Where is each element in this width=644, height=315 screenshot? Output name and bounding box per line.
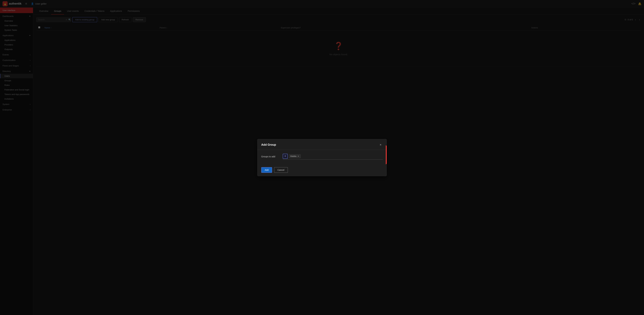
group-tag-label: Kestra [290, 155, 296, 157]
group-tag-kestra: Kestra ✕ [289, 154, 301, 158]
modal-cancel-button[interactable]: Cancel [274, 167, 288, 173]
add-group-modal: Add Group × Groups to add + Kestra ✕ Add [257, 139, 387, 176]
groups-to-add-label: Groups to add [261, 155, 280, 158]
modal-footer: Add Cancel [258, 164, 386, 176]
modal-header: Add Group × [258, 139, 386, 150]
modal-wrapper: Add Group × Groups to add + Kestra ✕ Add [257, 139, 387, 176]
modal-close-button[interactable]: × [378, 142, 383, 147]
modal-body: Groups to add + Kestra ✕ [258, 150, 386, 164]
modal-add-button[interactable]: Add [261, 167, 272, 173]
groups-form-row: Groups to add + Kestra ✕ [261, 154, 383, 160]
modal-accent-bar [386, 145, 387, 164]
group-tag-close-button[interactable]: ✕ [298, 155, 299, 158]
modal-title: Add Group [261, 143, 276, 146]
group-input-area: + Kestra ✕ [283, 154, 383, 160]
modal-overlay: Add Group × Groups to add + Kestra ✕ Add [0, 0, 644, 315]
add-group-plus-button[interactable]: + [283, 154, 288, 159]
